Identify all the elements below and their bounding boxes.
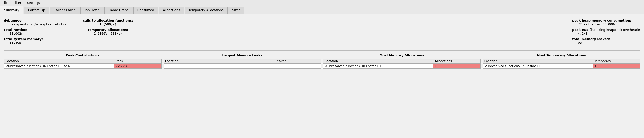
total-system-memory-label: total system memory: xyxy=(4,37,68,41)
panel-leaks-col-value: Leaked xyxy=(274,59,321,64)
panel-peak-col-location: Location xyxy=(4,59,114,64)
tab-consumed[interactable]: Consumed xyxy=(133,7,158,14)
total-runtime-label: total runtime: xyxy=(4,28,68,32)
panel-allocations-col-location: Location xyxy=(323,59,433,64)
peak-heap-row: peak heap memory consumption: 72.7kB aft… xyxy=(572,19,640,26)
panel-peak-table: Location Peak <unresolved function> in l… xyxy=(4,58,162,68)
total-system-memory-value: 33.4GB xyxy=(4,41,68,44)
table-row[interactable]: <unresolved function> in libstdc++.... 1 xyxy=(323,64,481,68)
peak-heap-value: 72.7kB after 00.000s xyxy=(572,22,640,26)
panel-temporary: Most Temporary Allocations Location Temp… xyxy=(483,53,640,68)
total-leaked-value: 0B xyxy=(572,41,640,44)
table-row[interactable]: <unresolved function> in libstdc++.so.6 … xyxy=(4,64,162,68)
panel-peak: Peak Contributions Location Peak <unreso… xyxy=(4,53,162,68)
leaks-empty-location xyxy=(164,64,274,68)
tab-summary[interactable]: Summary xyxy=(0,6,24,14)
alloc-row-location: <unresolved function> in libstdc++.... xyxy=(323,64,433,68)
temp-row-location: <unresolved function> in libstdc++... xyxy=(483,64,593,68)
panel-allocations-table: Location Allocations <unresolved functio… xyxy=(323,58,481,68)
total-system-memory-row: total system memory: 33.4GB xyxy=(4,37,68,44)
peak-rss-suffix: (including heaptrack overhead): xyxy=(588,28,640,32)
debuggee-value: ./zig-out/bin/example-link-list xyxy=(4,22,68,26)
info-col-center: calls to allocation functions: 1 (500/s)… xyxy=(83,19,133,45)
main-content: debuggee: ./zig-out/bin/example-link-lis… xyxy=(0,14,644,72)
tab-bottom-up[interactable]: Bottom-Up xyxy=(24,7,49,14)
tab-flame-graph[interactable]: Flame Graph xyxy=(104,7,133,14)
peak-rss-label: peak RSS xyxy=(572,28,588,32)
panel-temporary-col-location: Location xyxy=(483,59,593,64)
menu-file[interactable]: File xyxy=(1,1,9,5)
alloc-row-value: 1 xyxy=(433,64,480,68)
panel-temporary-col-value: Temporary xyxy=(593,59,640,64)
peak-rss-row: peak RSS (including heaptrack overhead):… xyxy=(572,28,640,35)
info-col-left: debuggee: ./zig-out/bin/example-link-lis… xyxy=(4,19,68,45)
tab-top-down[interactable]: Top-Down xyxy=(80,7,104,14)
panel-peak-title: Peak Contributions xyxy=(4,53,162,57)
calls-row: calls to allocation functions: 1 (500/s) xyxy=(83,19,133,26)
panel-allocations-col-value: Allocations xyxy=(433,59,480,64)
tab-sizes[interactable]: Sizes xyxy=(228,7,244,14)
calls-label: calls to allocation functions: xyxy=(83,19,133,22)
table-row-empty xyxy=(164,64,321,68)
leaks-empty-value xyxy=(274,64,321,68)
debuggee-label: debuggee: xyxy=(4,19,68,22)
tab-temporary-allocations[interactable]: Temporary Allocations xyxy=(184,7,228,14)
panel-leaks-title: Largest Memory Leaks xyxy=(164,53,321,57)
temp-alloc-label: temporary allocations: xyxy=(83,28,133,32)
total-runtime-value: 00.002s xyxy=(4,32,68,35)
menubar: File Filter Settings xyxy=(0,0,644,6)
info-col-right: peak heap memory consumption: 72.7kB aft… xyxy=(572,19,640,45)
temp-row-value: 1 xyxy=(593,64,640,68)
panel-allocations-title: Most Memory Allocations xyxy=(323,53,481,57)
panel-peak-col-value: Peak xyxy=(114,59,161,64)
tabbar: Summary Bottom-Up Caller / Callee Top-Do… xyxy=(0,6,644,14)
info-section: debuggee: ./zig-out/bin/example-link-lis… xyxy=(4,17,640,48)
tab-allocations[interactable]: Allocations xyxy=(159,7,184,14)
peak-row-location: <unresolved function> in libstdc++.so.6 xyxy=(4,64,114,68)
panel-leaks: Largest Memory Leaks Location Leaked xyxy=(164,53,321,68)
calls-value: 1 (500/s) xyxy=(83,22,133,26)
debuggee-row: debuggee: ./zig-out/bin/example-link-lis… xyxy=(4,19,68,26)
menu-settings[interactable]: Settings xyxy=(26,1,41,5)
menu-filter[interactable]: Filter xyxy=(12,1,23,5)
panels-row: Peak Contributions Location Peak <unreso… xyxy=(4,53,640,68)
section-divider xyxy=(4,50,640,50)
panel-temporary-title: Most Temporary Allocations xyxy=(483,53,640,57)
total-leaked-label: total memory leaked: xyxy=(572,37,640,41)
peak-rss-value: 4.2MB xyxy=(572,32,640,35)
table-row[interactable]: <unresolved function> in libstdc++... 1 xyxy=(483,64,640,68)
peak-row-value: 72.7kB xyxy=(114,64,161,68)
panel-allocations: Most Memory Allocations Location Allocat… xyxy=(323,53,481,68)
panel-leaks-col-location: Location xyxy=(164,59,274,64)
peak-heap-label: peak heap memory consumption: xyxy=(572,19,640,22)
total-runtime-row: total runtime: 00.002s xyxy=(4,28,68,35)
panel-leaks-table: Location Leaked xyxy=(164,58,321,68)
peak-rss-row-label: peak RSS (including heaptrack overhead): xyxy=(572,28,640,32)
temp-alloc-value: 1 (100%, 500/s) xyxy=(83,32,133,35)
tab-caller-callee[interactable]: Caller / Callee xyxy=(50,7,80,14)
total-leaked-row: total memory leaked: 0B xyxy=(572,37,640,44)
temp-alloc-row: temporary allocations: 1 (100%, 500/s) xyxy=(83,28,133,35)
panel-temporary-table: Location Temporary <unresolved function>… xyxy=(483,58,640,68)
